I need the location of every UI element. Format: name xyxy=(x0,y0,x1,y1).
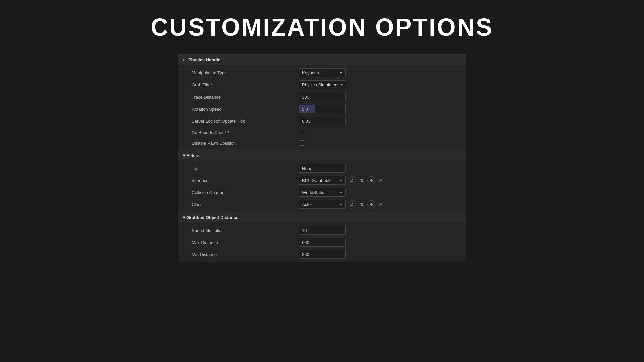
grab-filter-label: Grab Filter xyxy=(192,82,299,87)
filters-body: Tag Interface BPI_Grabbable ▼ ↺ ⧉ + ✕ Co… xyxy=(178,161,466,212)
collision-channel-row: Collision Channel WorldStatic ▼ xyxy=(178,186,466,198)
manipulation-type-dropdown[interactable]: Keyboard ▼ xyxy=(299,68,346,77)
no-bounds-check-label: No Bounds Check? xyxy=(192,130,299,135)
settings-panel: ▼ Physics Handle Manipulation Type Keybo… xyxy=(178,54,466,262)
collision-channel-dropdown[interactable]: WorldStatic ▼ xyxy=(299,188,346,197)
max-distance-value xyxy=(299,238,459,247)
server-loc-rot-label: Server Loc Rot Update Tick xyxy=(192,119,299,124)
filters-label: Filters xyxy=(186,153,200,158)
grabbed-object-distance-body: Speed Multiplier Max Distance Min Distan… xyxy=(178,223,466,262)
server-loc-rot-value xyxy=(299,117,459,125)
collision-channel-arrow-icon: ▼ xyxy=(339,191,343,194)
disable-pawn-collision-label: Disable Pawn Collision? xyxy=(192,141,299,146)
class-dropdown-arrow-icon: ▼ xyxy=(339,203,343,206)
physics-handle-label: Physics Handle xyxy=(188,57,220,62)
interface-dropdown-arrow-icon: ▼ xyxy=(339,179,343,182)
grab-filter-arrow-icon: ▼ xyxy=(340,83,343,87)
no-bounds-check-checkbox[interactable] xyxy=(299,130,304,135)
tag-input[interactable] xyxy=(299,164,346,173)
min-distance-input[interactable] xyxy=(299,250,346,259)
interface-add-icon[interactable]: + xyxy=(367,176,375,184)
disable-pawn-collision-checkbox[interactable] xyxy=(299,140,304,146)
trace-distance-label: Trace Distance xyxy=(192,95,299,100)
class-value: Actor ▼ ↺ ⧉ + ✕ xyxy=(299,200,459,209)
class-add-icon[interactable]: + xyxy=(367,200,375,208)
tag-value xyxy=(299,164,459,173)
collision-channel-label: Collision Channel xyxy=(192,190,299,195)
manipulation-type-label: Manipulation Type xyxy=(192,70,299,75)
interface-row: Interface BPI_Grabbable ▼ ↺ ⧉ + ✕ xyxy=(178,174,466,186)
collision-channel-selected: WorldStatic xyxy=(302,190,324,195)
physics-handle-body: Manipulation Type Keyboard ▼ Grab Filter… xyxy=(178,65,466,150)
min-distance-label: Min Distance xyxy=(192,252,299,257)
class-dropdown[interactable]: Actor ▼ xyxy=(299,200,346,209)
rotation-speed-row: Rotation Speed 5.0 xyxy=(178,103,466,115)
disable-pawn-collision-row: Disable Pawn Collision? xyxy=(178,138,466,148)
collision-channel-value: WorldStatic ▼ xyxy=(299,188,459,197)
max-distance-label: Max Distance xyxy=(192,240,299,245)
rotation-speed-text: 5.0 xyxy=(299,106,311,113)
physics-handle-section-header[interactable]: ▼ Physics Handle xyxy=(178,55,466,65)
speed-multiplier-row: Speed Multiplier xyxy=(178,224,466,236)
class-remove-icon[interactable]: ✕ xyxy=(377,201,384,208)
max-distance-input[interactable] xyxy=(299,238,346,247)
trace-distance-row: Trace Distance xyxy=(178,91,466,103)
filters-arrow-icon: ▼ xyxy=(182,153,186,158)
class-selected: Actor xyxy=(302,202,312,207)
no-bounds-check-row: No Bounds Check? xyxy=(178,127,466,138)
speed-multiplier-input[interactable] xyxy=(299,226,346,235)
grab-filter-row: Grab Filter Physics Simulated ▼ xyxy=(178,79,466,91)
interface-reset-icon[interactable]: ↺ xyxy=(348,176,356,184)
class-copy-icon[interactable]: ⧉ xyxy=(358,201,365,208)
class-label: Class xyxy=(192,202,299,207)
class-row: Class Actor ▼ ↺ ⧉ + ✕ xyxy=(178,198,466,210)
page-title: CUSTOMIZATION OPTIONS xyxy=(151,13,493,41)
tag-row: Tag xyxy=(178,162,466,174)
grab-filter-value: Physics Simulated ▼ xyxy=(299,80,459,89)
speed-multiplier-label: Speed Multiplier xyxy=(192,228,299,233)
interface-label: Interface xyxy=(192,178,299,183)
server-loc-rot-row: Server Loc Rot Update Tick xyxy=(178,115,466,127)
disable-pawn-collision-value xyxy=(299,140,459,146)
interface-selected: BPI_Grabbable xyxy=(302,178,332,183)
server-loc-rot-input[interactable] xyxy=(299,117,346,125)
max-distance-row: Max Distance xyxy=(178,236,466,248)
class-reset-icon[interactable]: ↺ xyxy=(348,200,356,208)
rotation-speed-label: Rotation Speed xyxy=(192,107,299,112)
manipulation-type-arrow-icon: ▼ xyxy=(339,71,343,75)
grabbed-object-distance-label: Grabbed Object Distance xyxy=(186,215,238,220)
filters-section-header[interactable]: ▼ Filters xyxy=(178,150,466,161)
speed-multiplier-value xyxy=(299,226,459,235)
min-distance-row: Min Distance xyxy=(178,248,466,260)
tag-label: Tag xyxy=(192,166,299,171)
interface-copy-icon[interactable]: ⧉ xyxy=(358,177,365,184)
manipulation-type-row: Manipulation Type Keyboard ▼ xyxy=(178,67,466,79)
trace-distance-value xyxy=(299,93,459,101)
grab-filter-dropdown[interactable]: Physics Simulated ▼ xyxy=(299,80,346,89)
grabbed-object-distance-arrow-icon: ▼ xyxy=(182,215,186,220)
interface-dropdown[interactable]: BPI_Grabbable ▼ xyxy=(299,176,346,185)
grabbed-object-distance-section-header[interactable]: ▼ Grabbed Object Distance xyxy=(178,212,466,223)
interface-remove-icon[interactable]: ✕ xyxy=(377,177,384,184)
min-distance-value xyxy=(299,250,459,259)
physics-handle-arrow-icon: ▼ xyxy=(182,58,185,62)
interface-value: BPI_Grabbable ▼ ↺ ⧉ + ✕ xyxy=(299,176,459,185)
grab-filter-selected: Physics Simulated xyxy=(302,82,337,87)
rotation-speed-slider[interactable]: 5.0 xyxy=(299,105,346,113)
trace-distance-input[interactable] xyxy=(299,93,346,101)
no-bounds-check-value xyxy=(299,130,459,135)
manipulation-type-selected: Keyboard xyxy=(302,70,321,75)
manipulation-type-value: Keyboard ▼ xyxy=(299,68,459,77)
rotation-speed-value: 5.0 xyxy=(299,105,459,113)
